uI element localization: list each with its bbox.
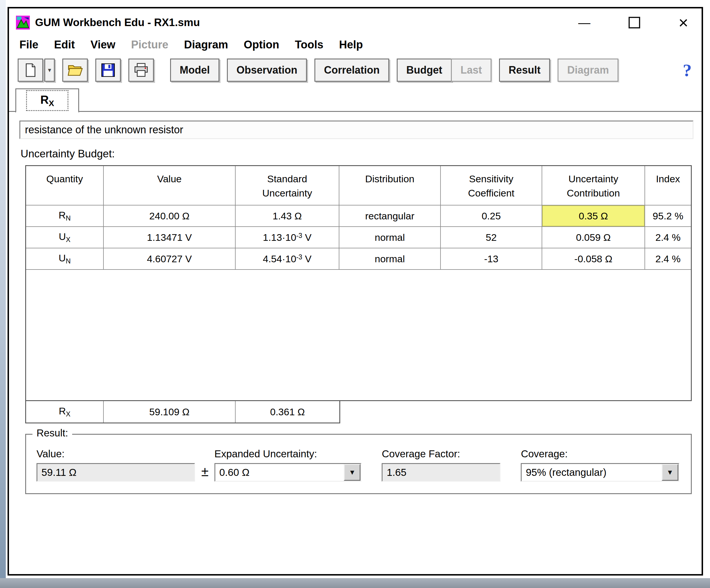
result-button[interactable]: Result bbox=[499, 58, 550, 82]
column-header-standard-uncertainty: StandardUncertainty bbox=[236, 166, 339, 206]
print-icon bbox=[133, 62, 149, 78]
menu-edit[interactable]: Edit bbox=[54, 39, 75, 51]
cell-standard-uncertainty[interactable]: 1.13·10-3 V bbox=[236, 227, 339, 249]
menu-picture: Picture bbox=[131, 39, 168, 51]
result-legend: Result: bbox=[32, 427, 72, 439]
column-header-index: Index bbox=[645, 166, 691, 206]
window-title: GUM Workbench Edu - RX1.smu bbox=[35, 17, 200, 29]
cell-quantity-rn[interactable]: RN bbox=[26, 206, 104, 227]
result-panel: Result: Value: 59.11 Ω ± Expanded Uncert… bbox=[25, 434, 692, 494]
cell-standard-uncertainty[interactable]: 4.54·10-3 V bbox=[236, 249, 339, 270]
expanded-uncertainty-value: 0.60 Ω bbox=[215, 464, 344, 481]
new-document-dropdown[interactable]: ▾ bbox=[44, 58, 55, 82]
expanded-uncertainty-label: Expanded Uncertainty: bbox=[214, 448, 362, 460]
coverage-factor-label: Coverage Factor: bbox=[382, 448, 500, 460]
cell-sensitivity[interactable]: -13 bbox=[441, 249, 542, 270]
cell-distribution[interactable]: normal bbox=[339, 249, 441, 270]
summary-value: 59.109 Ω bbox=[104, 401, 236, 423]
plus-minus-symbol: ± bbox=[202, 464, 209, 479]
cell-value[interactable]: 4.60727 V bbox=[104, 249, 236, 270]
expanded-uncertainty-combobox[interactable]: 0.60 Ω ▼ bbox=[214, 463, 362, 481]
cell-distribution[interactable]: rectangular bbox=[339, 206, 441, 227]
column-header-distribution: Distribution bbox=[339, 166, 441, 206]
caret-down-icon: ▼ bbox=[666, 468, 673, 476]
cell-value[interactable]: 240.00 Ω bbox=[104, 206, 236, 227]
cell-value[interactable]: 1.13471 V bbox=[104, 227, 236, 249]
tab-rx-label: RX bbox=[26, 90, 68, 111]
new-document-button[interactable] bbox=[18, 58, 43, 82]
expanded-uncertainty-dropdown-button[interactable]: ▼ bbox=[344, 464, 360, 481]
observation-button[interactable]: Observation bbox=[227, 58, 307, 82]
caret-down-icon: ▾ bbox=[48, 66, 51, 74]
description-field[interactable]: resistance of the unknown resistor bbox=[19, 121, 693, 139]
column-header-quantity: Quantity bbox=[26, 166, 104, 206]
correlation-button[interactable]: Correlation bbox=[314, 58, 389, 82]
menu-file[interactable]: File bbox=[19, 39, 38, 51]
tab-strip: RX bbox=[9, 88, 702, 112]
diagram-button: Diagram bbox=[558, 58, 618, 82]
result-value-group: Value: 59.11 Ω bbox=[37, 448, 195, 481]
cell-uncertainty-contribution[interactable]: 0.059 Ω bbox=[542, 227, 645, 249]
maximize-button[interactable] bbox=[629, 17, 640, 28]
value-label: Value: bbox=[37, 448, 195, 460]
menu-tools[interactable]: Tools bbox=[295, 39, 324, 51]
tab-rx[interactable]: RX bbox=[15, 88, 79, 113]
cell-sensitivity[interactable]: 0.25 bbox=[441, 206, 542, 227]
caret-down-icon: ▼ bbox=[349, 468, 356, 476]
menu-diagram[interactable]: Diagram bbox=[184, 39, 228, 51]
last-button: Last bbox=[451, 58, 492, 82]
close-button[interactable]: × bbox=[679, 14, 688, 31]
cell-quantity-ux[interactable]: UX bbox=[26, 227, 104, 249]
new-document-icon bbox=[23, 63, 38, 77]
cell-distribution[interactable]: normal bbox=[339, 227, 441, 249]
uncertainty-contribution-cell-highlighted[interactable]: 0.35 Ω bbox=[542, 206, 645, 227]
minimize-button[interactable]: — bbox=[578, 17, 590, 29]
open-file-button[interactable] bbox=[62, 58, 88, 82]
cell-index[interactable]: 2.4 % bbox=[645, 227, 691, 249]
value-field[interactable]: 59.11 Ω bbox=[37, 463, 195, 481]
menu-help[interactable]: Help bbox=[339, 39, 363, 51]
summary-quantity-rx: RX bbox=[26, 401, 104, 423]
column-header-sensitivity-coefficient: SensitivityCoefficient bbox=[441, 166, 542, 206]
app-icon bbox=[16, 16, 30, 29]
desktop-bottom-edge bbox=[0, 578, 710, 588]
coverage-factor-field[interactable]: 1.65 bbox=[382, 463, 500, 481]
print-button[interactable] bbox=[128, 58, 154, 82]
coverage-label: Coverage: bbox=[521, 448, 679, 460]
help-button[interactable]: ? bbox=[683, 58, 692, 82]
save-button[interactable] bbox=[95, 58, 121, 82]
cell-standard-uncertainty[interactable]: 1.43 Ω bbox=[236, 206, 339, 227]
menu-option[interactable]: Option bbox=[244, 39, 279, 51]
cell-index[interactable]: 2.4 % bbox=[645, 249, 691, 270]
result-summary-row: RX 59.109 Ω 0.361 Ω bbox=[25, 400, 340, 423]
coverage-combobox[interactable]: 95% (rectangular) ▼ bbox=[521, 463, 679, 481]
column-header-value: Value bbox=[104, 166, 236, 206]
save-icon bbox=[101, 63, 115, 77]
coverage-factor-group: Coverage Factor: 1.65 bbox=[382, 448, 500, 481]
cell-uncertainty-contribution[interactable]: -0.058 Ω bbox=[542, 249, 645, 270]
uncertainty-budget-table: Quantity Value StandardUncertainty Distr… bbox=[25, 165, 692, 401]
description-text: resistance of the unknown resistor bbox=[25, 124, 183, 136]
expanded-uncertainty-group: Expanded Uncertainty: 0.60 Ω ▼ bbox=[214, 448, 362, 481]
toolbar: ▾ Model Observation C bbox=[9, 56, 702, 88]
column-header-uncertainty-contribution: UncertaintyContribution bbox=[542, 166, 645, 206]
menu-view[interactable]: View bbox=[90, 39, 115, 51]
menu-bar: File Edit View Picture Diagram Option To… bbox=[9, 34, 702, 56]
model-button[interactable]: Model bbox=[170, 58, 219, 82]
budget-button[interactable]: Budget bbox=[397, 58, 452, 82]
coverage-value: 95% (rectangular) bbox=[522, 464, 662, 481]
uncertainty-budget-label: Uncertainty Budget: bbox=[21, 148, 693, 160]
summary-standard-uncertainty: 0.361 Ω bbox=[236, 401, 339, 423]
title-bar[interactable]: GUM Workbench Edu - RX1.smu — × bbox=[9, 8, 702, 34]
coverage-group: Coverage: 95% (rectangular) ▼ bbox=[521, 448, 679, 481]
cell-quantity-un[interactable]: UN bbox=[26, 249, 104, 270]
cell-index[interactable]: 95.2 % bbox=[645, 206, 691, 227]
cell-sensitivity[interactable]: 52 bbox=[441, 227, 542, 249]
open-folder-icon bbox=[67, 62, 83, 78]
coverage-dropdown-button[interactable]: ▼ bbox=[662, 464, 679, 481]
app-window: GUM Workbench Edu - RX1.smu — × File Edi… bbox=[7, 7, 703, 575]
desktop-left-edge bbox=[0, 0, 6, 588]
